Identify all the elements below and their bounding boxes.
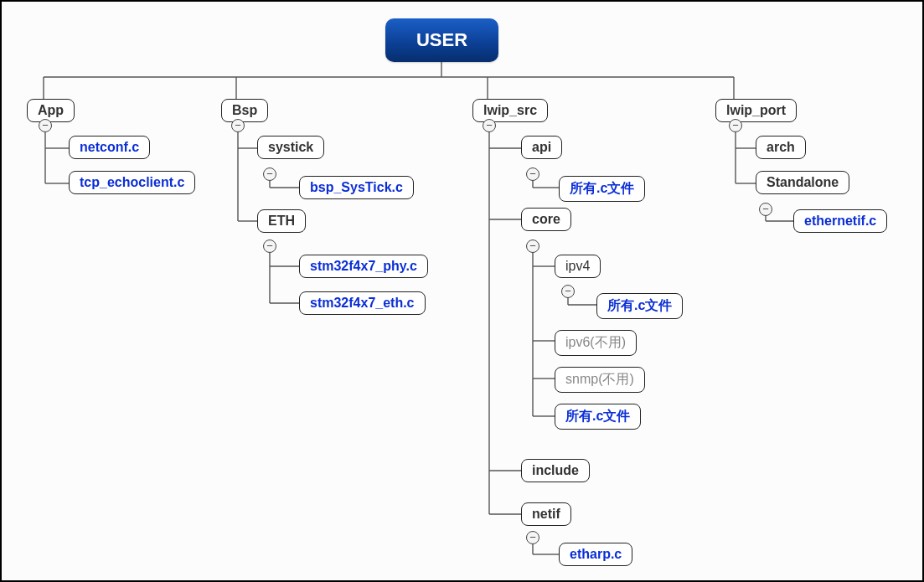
branch-lwip-port[interactable]: lwip_port <box>715 99 797 122</box>
file-ethernetif[interactable]: ethernetif.c <box>793 209 887 233</box>
connector-lines <box>2 2 922 580</box>
folder-ipv6-label: ipv6(不用) <box>565 335 626 349</box>
file-core-all-c-label: 所有.c文件 <box>565 409 630 423</box>
toggle-standalone[interactable]: − <box>759 203 772 216</box>
folder-standalone[interactable]: Standalone <box>756 171 849 194</box>
folder-eth-label: ETH <box>268 214 295 228</box>
folder-ipv4[interactable]: ipv4 <box>555 255 601 278</box>
toggle-lwip-src[interactable]: − <box>483 119 496 132</box>
folder-netif-label: netif <box>532 507 560 521</box>
toggle-app[interactable]: − <box>39 119 52 132</box>
folder-api[interactable]: api <box>521 136 562 159</box>
folder-snmp-label: snmp(不用) <box>565 372 634 386</box>
folder-standalone-label: Standalone <box>767 175 839 189</box>
folder-eth[interactable]: ETH <box>257 209 306 233</box>
file-stm32-eth-label: stm32f4x7_eth.c <box>310 296 415 310</box>
file-api-all-c[interactable]: 所有.c文件 <box>559 176 645 202</box>
toggle-api[interactable]: − <box>526 167 539 181</box>
root-label: USER <box>416 29 467 51</box>
toggle-bsp[interactable]: − <box>231 119 245 132</box>
file-tcp-echoclient[interactable]: tcp_echoclient.c <box>69 171 195 194</box>
file-tcp-echoclient-label: tcp_echoclient.c <box>80 175 184 189</box>
branch-lwip-src[interactable]: lwip_src <box>472 99 548 122</box>
file-ethernetif-label: ethernetif.c <box>804 214 876 228</box>
branch-lwip-port-label: lwip_port <box>726 103 786 117</box>
file-netconf-label: netconf.c <box>80 140 139 154</box>
folder-api-label: api <box>532 140 551 154</box>
branch-bsp[interactable]: Bsp <box>221 99 268 122</box>
file-stm32-eth[interactable]: stm32f4x7_eth.c <box>299 291 426 315</box>
folder-ipv4-label: ipv4 <box>565 259 590 273</box>
branch-bsp-label: Bsp <box>232 103 257 117</box>
file-ipv4-all-c[interactable]: 所有.c文件 <box>596 293 683 319</box>
folder-arch-label: arch <box>767 140 795 154</box>
folder-include-label: include <box>532 463 579 477</box>
toggle-core[interactable]: − <box>526 239 539 253</box>
folder-netif[interactable]: netif <box>521 502 571 526</box>
folder-arch[interactable]: arch <box>756 136 806 159</box>
toggle-netif[interactable]: − <box>526 531 539 544</box>
file-netconf[interactable]: netconf.c <box>69 136 150 159</box>
folder-systick[interactable]: systick <box>257 136 324 159</box>
folder-core-label: core <box>532 212 560 226</box>
folder-ipv6[interactable]: ipv6(不用) <box>555 330 637 356</box>
file-ipv4-all-c-label: 所有.c文件 <box>607 298 672 312</box>
folder-include[interactable]: include <box>521 459 590 482</box>
toggle-eth[interactable]: − <box>263 239 276 253</box>
file-etharp-label: etharp.c <box>570 547 622 561</box>
root-node[interactable]: USER <box>385 18 498 62</box>
file-stm32-phy-label: stm32f4x7_phy.c <box>310 259 417 273</box>
toggle-lwip-port[interactable]: − <box>729 119 742 132</box>
folder-core[interactable]: core <box>521 208 571 231</box>
branch-app[interactable]: App <box>27 99 75 122</box>
file-core-all-c[interactable]: 所有.c文件 <box>555 404 641 430</box>
folder-systick-label: systick <box>268 140 313 154</box>
file-stm32-phy[interactable]: stm32f4x7_phy.c <box>299 255 428 278</box>
file-bsp-systick[interactable]: bsp_SysTick.c <box>299 176 414 199</box>
file-bsp-systick-label: bsp_SysTick.c <box>310 180 403 194</box>
branch-lwip-src-label: lwip_src <box>483 103 537 117</box>
file-etharp[interactable]: etharp.c <box>559 543 632 566</box>
file-api-all-c-label: 所有.c文件 <box>570 181 634 195</box>
folder-snmp[interactable]: snmp(不用) <box>555 367 645 393</box>
toggle-ipv4[interactable]: − <box>561 285 575 298</box>
mindmap-canvas: USER App − netconf.c tcp_echoclient.c Bs… <box>0 0 924 582</box>
toggle-systick[interactable]: − <box>263 167 276 181</box>
branch-app-label: App <box>38 103 64 117</box>
